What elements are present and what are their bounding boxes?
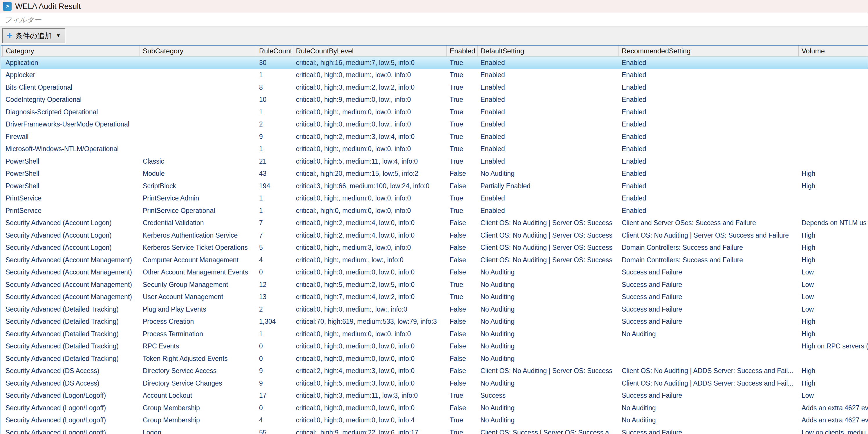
- column-header-rulecountbylevel[interactable]: RuleCountByLevel: [293, 45, 447, 56]
- table-row[interactable]: PowerShellClassic21critical:0, high:5, m…: [1, 155, 868, 168]
- cell-subcategory: Process Termination: [140, 328, 256, 340]
- cell-rulecount: 5: [256, 242, 293, 254]
- cell-category: Security Advanced (Logon/Logoff): [2, 414, 140, 427]
- cell-subcategory: PrintService Admin: [140, 193, 256, 205]
- table-row[interactable]: Security Advanced (Detailed Tracking)Plu…: [1, 303, 868, 316]
- cell-recommendedsetting: Enabled: [619, 119, 799, 130]
- table-row[interactable]: Bits-Client Operational8critical:0, high…: [1, 81, 868, 94]
- table-row[interactable]: Security Advanced (DS Access)Directory S…: [1, 365, 868, 377]
- cell-volume: [799, 131, 868, 143]
- table-row[interactable]: PowerShellScriptBlock194critical:3, high…: [1, 180, 868, 192]
- cell-defaultsetting: Enabled: [477, 106, 619, 118]
- cell-defaultsetting: No Auditing: [477, 377, 619, 389]
- column-header-rulecount[interactable]: RuleCount: [256, 45, 293, 56]
- table-header-row: Category SubCategory RuleCount RuleCount…: [1, 45, 868, 57]
- cell-rulecountbylevel: critical:0, high:0, medium:, low:0, info…: [293, 69, 447, 81]
- table-row[interactable]: CodeIntegrity Operational10critical:0, h…: [1, 94, 868, 106]
- cell-rulecountbylevel: critical:2, high:4, medium:3, low:0, inf…: [293, 365, 447, 377]
- table-row[interactable]: Security Advanced (Detailed Tracking)Pro…: [1, 328, 868, 340]
- cell-enabled: True: [447, 390, 477, 402]
- table-row[interactable]: Applocker1critical:0, high:0, medium:, l…: [1, 69, 868, 82]
- cell-enabled: False: [447, 242, 477, 254]
- cell-defaultsetting: Success: [477, 390, 619, 402]
- cell-recommendedsetting: Enabled: [619, 106, 799, 118]
- cell-subcategory: PrintService Operational: [140, 205, 256, 217]
- cell-rulecount: 1: [256, 69, 293, 81]
- cell-rulecount: 13: [256, 291, 293, 303]
- cell-defaultsetting: No Auditing: [477, 291, 619, 303]
- cell-recommendedsetting: Success and Failure: [619, 390, 799, 402]
- cell-rulecount: 17: [256, 390, 293, 402]
- table-row[interactable]: Security Advanced (Account Management)Ot…: [1, 266, 868, 279]
- cell-volume: Low: [799, 390, 868, 402]
- table-row[interactable]: Security Advanced (Logon/Logoff)Logon55c…: [1, 427, 868, 434]
- column-header-recommendedsetting[interactable]: RecommendedSetting: [619, 45, 799, 56]
- table-row[interactable]: DriverFrameworks-UserMode Operational2cr…: [1, 118, 868, 131]
- cell-category: Security Advanced (Detailed Tracking): [2, 316, 140, 328]
- cell-volume: [799, 57, 868, 69]
- table-row[interactable]: Microsoft-Windows-NTLM/Operational1criti…: [1, 143, 868, 155]
- cell-volume: Low: [799, 291, 868, 303]
- window-titlebar: > WELA Audit Result: [0, 0, 868, 13]
- cell-rulecount: 1: [256, 106, 293, 118]
- column-header-category[interactable]: Category: [2, 45, 140, 56]
- cell-subcategory: [140, 69, 256, 81]
- table-row[interactable]: Security Advanced (DS Access)Directory S…: [1, 377, 868, 390]
- cell-rulecount: 43: [256, 168, 293, 180]
- cell-defaultsetting: Enabled: [477, 82, 619, 93]
- toolbar: ✚ 条件の追加 ▼: [0, 26, 868, 45]
- cell-volume: High: [799, 316, 868, 328]
- column-header-defaultsetting[interactable]: DefaultSetting: [477, 45, 619, 56]
- cell-enabled: True: [447, 193, 477, 205]
- cell-volume: [799, 155, 868, 167]
- table-row[interactable]: Security Advanced (Logon/Logoff)Group Me…: [1, 414, 868, 427]
- cell-enabled: True: [447, 414, 477, 427]
- table-row[interactable]: Security Advanced (Logon/Logoff)Account …: [1, 390, 868, 402]
- table-row[interactable]: Security Advanced (Account Logon)Kerbero…: [1, 229, 868, 242]
- cell-volume: [799, 119, 868, 130]
- cell-subcategory: [140, 57, 256, 69]
- table-row[interactable]: PowerShellModule43critical:, high:20, me…: [1, 168, 868, 180]
- cell-enabled: False: [447, 341, 477, 352]
- table-row[interactable]: Security Advanced (Account Management)Us…: [1, 291, 868, 304]
- cell-subcategory: Other Account Management Events: [140, 267, 256, 279]
- column-header-volume[interactable]: Volume: [799, 45, 868, 56]
- column-header-enabled[interactable]: Enabled: [447, 45, 477, 56]
- table-row[interactable]: Security Advanced (Detailed Tracking)Tok…: [1, 352, 868, 365]
- add-condition-button[interactable]: ✚ 条件の追加 ▼: [2, 28, 65, 43]
- cell-rulecount: 9: [256, 131, 293, 143]
- table-row[interactable]: Firewall9critical:0, high:2, medium:3, l…: [1, 130, 868, 143]
- table-row[interactable]: Security Advanced (Detailed Tracking)RPC…: [1, 340, 868, 353]
- table-row[interactable]: Security Advanced (Account Management)Co…: [1, 254, 868, 266]
- cell-volume: [799, 205, 868, 217]
- table-row[interactable]: Security Advanced (Account Management)Se…: [1, 279, 868, 291]
- cell-subcategory: Module: [140, 168, 256, 180]
- cell-rulecount: 0: [256, 353, 293, 365]
- table-row[interactable]: PrintServicePrintService Admin1critical:…: [1, 192, 868, 205]
- cell-category: Security Advanced (DS Access): [2, 377, 140, 389]
- cell-category: Security Advanced (Account Logon): [2, 217, 140, 229]
- table-row[interactable]: Security Advanced (Logon/Logoff)Group Me…: [1, 402, 868, 414]
- column-header-subcategory[interactable]: SubCategory: [140, 45, 256, 56]
- filter-input[interactable]: [0, 13, 868, 26]
- cell-rulecountbylevel: critical:0, high:5, medium:2, low:5, inf…: [293, 279, 447, 291]
- table-row[interactable]: Security Advanced (Account Logon)Credent…: [1, 217, 868, 229]
- cell-defaultsetting: No Auditing: [477, 168, 619, 180]
- table-row[interactable]: Security Advanced (Detailed Tracking)Pro…: [1, 316, 868, 328]
- cell-enabled: False: [447, 254, 477, 266]
- cell-rulecountbylevel: critical:3, high:66, medium:100, low:24,…: [293, 180, 447, 192]
- table-row[interactable]: Diagnosis-Scripted Operational1critical:…: [1, 106, 868, 118]
- table-row[interactable]: Application30critical:, high:16, medium:…: [1, 57, 868, 69]
- cell-recommendedsetting: Domain Controllers: Success and Failure: [619, 254, 799, 266]
- cell-rulecountbylevel: critical:0, high:, medium:0, low:0, info…: [293, 143, 447, 155]
- table-row[interactable]: Security Advanced (Account Logon)Kerbero…: [1, 242, 868, 254]
- cell-volume: Adds an extra 4627 ev: [799, 402, 868, 414]
- cell-defaultsetting: Enabled: [477, 155, 619, 167]
- cell-volume: [799, 94, 868, 106]
- cell-subcategory: Plug and Play Events: [140, 304, 256, 315]
- cell-rulecount: 0: [256, 267, 293, 279]
- cell-rulecountbylevel: critical:0, high:0, medium:0, low:0, inf…: [293, 414, 447, 427]
- cell-rulecount: 10: [256, 94, 293, 106]
- cell-volume: High on RPC servers (: [799, 341, 868, 352]
- table-row[interactable]: PrintServicePrintService Operational1cri…: [1, 205, 868, 217]
